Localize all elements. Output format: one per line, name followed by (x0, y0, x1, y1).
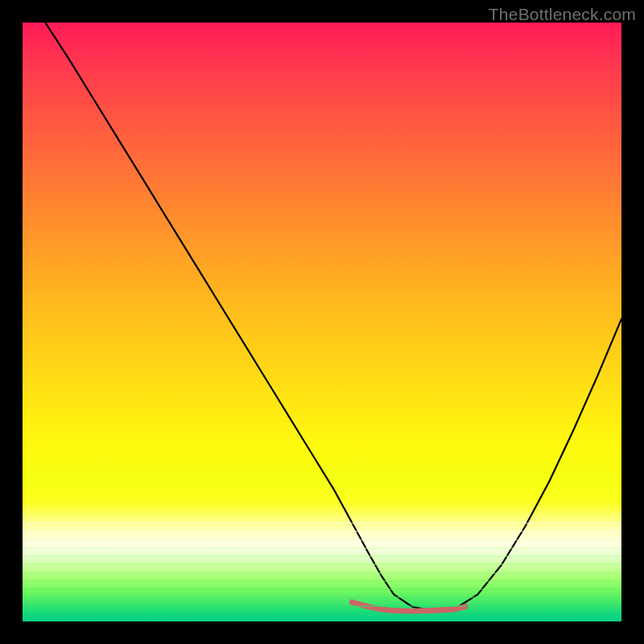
gradient-band (23, 613, 621, 615)
gradient-band (23, 580, 621, 582)
plot-area (23, 23, 621, 621)
gradient-band (23, 547, 621, 549)
gradient-band (23, 605, 621, 607)
gradient-band (23, 572, 621, 574)
gradient-band (23, 530, 621, 532)
gradient-band (23, 555, 621, 557)
chart-container: TheBottleneck.com (0, 0, 644, 644)
gradient-band (23, 564, 621, 565)
gradient-band (23, 597, 621, 598)
gradient-band (23, 539, 621, 541)
gradient-band (23, 588, 621, 590)
gradient-band (23, 522, 621, 524)
watermark-text: TheBottleneck.com (489, 5, 636, 24)
